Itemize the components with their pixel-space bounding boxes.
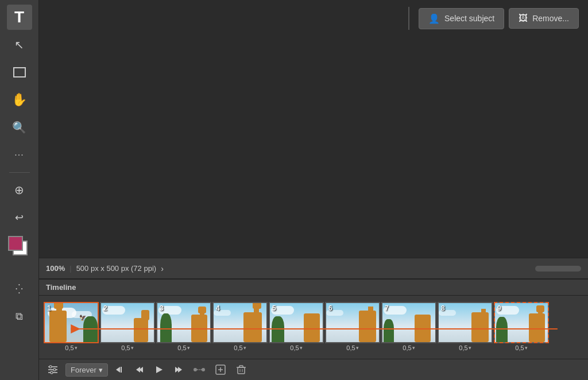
frame-5[interactable]: 5 0,5 ▾	[269, 302, 324, 352]
text-tool[interactable]: T	[7, 5, 32, 30]
tween-button[interactable]	[191, 363, 208, 376]
zoom-tool[interactable]: 🔍	[7, 115, 32, 140]
frame-2-thumbnail[interactable]: 2	[100, 302, 155, 343]
delete-frame-icon	[235, 364, 247, 375]
step-back-button[interactable]	[132, 363, 147, 376]
status-expand-icon[interactable]: ›	[161, 264, 164, 273]
canvas-area[interactable]	[39, 0, 588, 258]
status-scrollbar[interactable]	[535, 266, 581, 272]
frame-1-thumbnail[interactable]: 1 🦅	[44, 302, 99, 343]
frame-9-number: 9	[497, 304, 501, 312]
f5-tree	[272, 316, 284, 342]
select-frame-tool[interactable]: ⁛	[7, 276, 32, 301]
canvas-dimensions: 500 px x 500 px (72 ppi)	[76, 264, 156, 273]
frame-5-art	[270, 303, 323, 342]
layers-icon: ⧉	[16, 311, 23, 323]
frame-6-chevron: ▾	[356, 345, 359, 351]
delete-frame-button[interactable]	[233, 363, 249, 377]
color-swatches	[7, 235, 32, 260]
frame-4-thumbnail[interactable]: 4	[212, 302, 268, 343]
hand-tool[interactable]: ✋	[7, 87, 32, 113]
loop-arrow-icon: ▾	[99, 366, 103, 374]
svg-point-7	[51, 371, 53, 374]
frame-9-duration-value: 0,5	[515, 344, 524, 351]
history-icon: ↩	[15, 211, 24, 224]
frame-2-duration-value: 0,5	[121, 344, 130, 351]
frame-4-chevron: ▾	[243, 345, 246, 351]
frame-4[interactable]: 4 0,5 ▾	[212, 302, 268, 352]
frame-3-art	[157, 303, 210, 342]
frame-4-duration-value: 0,5	[234, 344, 242, 351]
frame-7-thumbnail[interactable]: 7	[381, 302, 436, 343]
select-subject-icon: 👤	[428, 13, 440, 24]
play-button[interactable]	[152, 363, 167, 376]
frame-5-chevron: ▾	[300, 345, 303, 351]
frame-6-number: 6	[328, 304, 332, 312]
frame-9-thumbnail[interactable]: 9	[494, 302, 549, 343]
frame-7[interactable]: 7 0,5 ▾	[381, 302, 436, 352]
timeline-settings-icon	[47, 364, 59, 375]
f9-head	[536, 305, 544, 312]
frame-2-duration[interactable]: 0,5 ▾	[121, 343, 133, 352]
top-toolbar: 👤 Select subject 🖼 Remove...	[399, 0, 588, 37]
layer-tool[interactable]: ⧉	[7, 304, 32, 329]
frame-3[interactable]: 3 0,5 ▾	[156, 302, 211, 352]
frame-3-thumbnail[interactable]: 3	[156, 302, 211, 343]
rewind-icon	[115, 365, 125, 375]
add-frame-button[interactable]	[212, 363, 229, 377]
loop-label: Forever	[71, 366, 96, 374]
text-tool-icon: T	[14, 8, 24, 26]
rectangle-tool[interactable]	[7, 60, 32, 85]
frame-1[interactable]: 1 🦅 0,5 ▾	[44, 302, 99, 352]
select-layer-tool[interactable]: ⊕	[7, 177, 32, 203]
left-toolbar: T ↖ ✋ 🔍 ··· ⊕ ↩ ⁛ ⧉	[0, 0, 39, 380]
frame-6[interactable]: 6 0,5 ▾	[325, 302, 380, 352]
frame-2[interactable]: 2 0,5 ▾	[100, 302, 155, 352]
frame-3-duration[interactable]: 0,5 ▾	[177, 343, 189, 352]
frame-8-thumbnail[interactable]: 8	[438, 302, 493, 343]
ellipsis-icon: ···	[14, 150, 24, 160]
frame-5-duration[interactable]: 0,5 ▾	[290, 343, 302, 352]
f8-neck	[481, 309, 486, 320]
rewind-button[interactable]	[113, 363, 127, 376]
frame-8-art	[439, 303, 492, 342]
loop-select[interactable]: Forever ▾	[65, 363, 108, 377]
frame-6-thumbnail[interactable]: 6	[325, 302, 380, 343]
frame-8-duration-value: 0,5	[459, 344, 467, 351]
frame-4-number: 4	[216, 304, 220, 312]
toolbar-separator-1	[9, 172, 30, 173]
frame-9-duration[interactable]: 0,5 ▾	[515, 343, 527, 352]
f8-body	[471, 312, 489, 342]
more-tools[interactable]: ···	[7, 142, 32, 168]
frame-8[interactable]: 8 0,5 ▾	[438, 302, 493, 352]
timeline-controls: Forever ▾	[39, 359, 588, 380]
remove-bg-icon: 🖼	[519, 13, 528, 24]
select-subject-button[interactable]: 👤 Select subject	[419, 8, 504, 29]
frame-4-art	[214, 303, 266, 342]
frame-8-duration[interactable]: 0,5 ▾	[459, 343, 471, 352]
frame-7-duration[interactable]: 0,5 ▾	[403, 343, 415, 352]
frame-7-art	[382, 303, 435, 342]
play-icon	[154, 365, 164, 375]
frame-2-art	[101, 303, 154, 342]
frame-1-duration[interactable]: 0,5 ▾	[65, 343, 77, 352]
f7-tree	[384, 319, 394, 342]
main-area: 👤 Select subject 🖼 Remove... 100% | 500 …	[39, 0, 588, 380]
frame-6-duration[interactable]: 0,5 ▾	[346, 343, 358, 352]
f6-body	[359, 311, 376, 342]
timeline-settings-button[interactable]	[45, 363, 61, 377]
remove-bg-button[interactable]: 🖼 Remove...	[509, 8, 579, 29]
step-forward-button[interactable]	[171, 363, 186, 376]
frame-5-thumbnail[interactable]: 5	[269, 302, 324, 343]
frame-9[interactable]: 9 0,5 ▾	[494, 302, 549, 352]
frame-4-duration[interactable]: 0,5 ▾	[234, 343, 246, 352]
f3-head	[198, 307, 206, 313]
timeline-frames: 1 🦅 0,5 ▾	[39, 296, 588, 359]
select-tool[interactable]: ↖	[7, 32, 32, 57]
frame-8-chevron: ▾	[469, 345, 471, 351]
frame-1-duration-value: 0,5	[65, 344, 74, 351]
add-frame-icon	[215, 364, 226, 375]
hand-icon: ✋	[11, 92, 27, 107]
foreground-color-swatch[interactable]	[8, 236, 23, 251]
history-tool[interactable]: ↩	[7, 205, 32, 230]
